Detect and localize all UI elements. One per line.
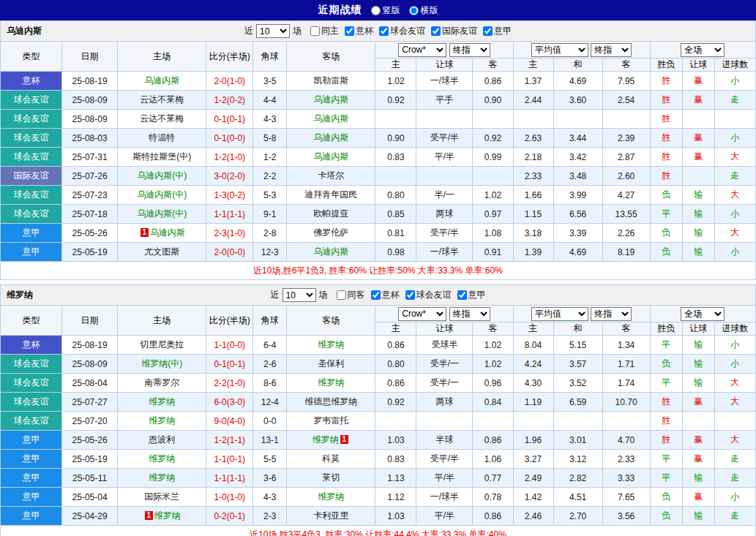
avg-away-odds: 2.87 (602, 148, 650, 167)
result-handicap: 输 (682, 336, 714, 355)
filter-checkbox[interactable] (310, 26, 320, 36)
scope-select[interactable]: 全场 (681, 43, 725, 57)
layout-option-horizontal[interactable]: 横版 (409, 4, 438, 17)
score-cell: 2-0(1-0) (206, 72, 253, 91)
result-outcome: 平 (650, 205, 682, 224)
filter-checkbox[interactable] (405, 290, 415, 300)
subcol-avg-home: 主 (513, 322, 553, 336)
score-cell: 1-1(1-1) (206, 469, 253, 488)
avg-final-select[interactable]: 终指 (591, 307, 632, 321)
crown-odds-select[interactable]: Crow* (398, 43, 446, 57)
filter-checkbox[interactable] (379, 26, 389, 36)
avg-draw-odds: 3.99 (553, 186, 602, 205)
away-team-cell: 佛罗伦萨 (287, 224, 375, 243)
matches-label: 场 (293, 25, 302, 37)
result-handicap: 输 (682, 374, 714, 393)
team-name-text: 恩波利 (149, 434, 175, 445)
scope-select[interactable]: 全场 (681, 307, 725, 321)
away-team-cell: 乌迪内斯 (287, 243, 375, 262)
avg-home-odds (513, 110, 553, 129)
match-row: 球会友谊25-07-20维罗纳9-0(4-0)0-0罗韦雷托胜 (1, 412, 756, 431)
team-name-text: 乌迪内斯(中) (137, 208, 187, 219)
red-card-badge: 1 (340, 435, 348, 444)
home-team-cell: 乌迪内斯(中) (118, 186, 206, 205)
result-goals: 大 (714, 148, 755, 167)
match-date: 25-08-04 (62, 374, 118, 393)
match-row: 球会友谊25-08-09维罗纳(中)0-1(0-1)2-6圣保利0.80受半/一… (1, 355, 756, 374)
crown-final-select[interactable]: 终指 (449, 307, 490, 321)
avg-away-odds: 1.34 (602, 336, 650, 355)
avg-away-odds: 3.56 (602, 507, 650, 526)
avg-away-odds (602, 412, 650, 431)
team-name-text: 卡塔尔 (318, 170, 344, 181)
filter-option[interactable]: 球会友谊 (379, 25, 425, 37)
crown-home-odds: 0.85 (375, 205, 416, 224)
avg-away-odds: 7.95 (602, 72, 650, 91)
avg-away-odds: 2.33 (602, 450, 650, 469)
team-name-text: 南蒂罗尔 (144, 377, 179, 388)
crown-final-select[interactable]: 终指 (449, 43, 490, 57)
avg-away-odds: 10.70 (602, 393, 650, 412)
avg-draw-odds: 2.82 (553, 469, 602, 488)
result-handicap: 赢 (682, 91, 714, 110)
filter-checkbox[interactable] (483, 26, 493, 36)
score-cell: 1-0(1-0) (206, 488, 253, 507)
match-count-select[interactable]: 10 (282, 288, 316, 302)
avg-final-select[interactable]: 终指 (591, 43, 632, 57)
filter-option[interactable]: 国际友谊 (431, 25, 477, 37)
filter-option[interactable]: 意杯 (371, 289, 400, 301)
avg-home-odds: 8.04 (513, 336, 553, 355)
avg-odds-select[interactable]: 平均值 (531, 307, 588, 321)
match-row: 意甲25-05-26恩波利1-2(1-1)13-1维罗纳11.03半球0.861… (1, 431, 756, 450)
filter-bar: 近 10 场 同客意杯球会友谊意甲 (271, 288, 486, 302)
filter-checkbox[interactable] (345, 26, 354, 36)
crown-away-odds (473, 412, 513, 431)
layout-option-vertical[interactable]: 竖版 (371, 4, 400, 17)
col-header-type: 类型 (1, 306, 62, 336)
match-type: 意甲 (1, 243, 62, 262)
col-header-home: 主场 (118, 42, 206, 72)
col-header-date: 日期 (62, 306, 118, 336)
result-goals: 小 (714, 129, 755, 148)
filter-option[interactable]: 意杯 (345, 25, 373, 37)
score-cell: 1-2(1-1) (206, 431, 253, 450)
score-cell: 1-1(0-1) (206, 450, 253, 469)
avg-home-odds: 2.46 (513, 507, 553, 526)
crown-away-odds: 0.78 (473, 488, 513, 507)
avg-home-odds: 1.19 (513, 393, 553, 412)
avg-odds-select[interactable]: 平均值 (531, 43, 588, 57)
match-type: 球会友谊 (1, 186, 62, 205)
crown-odds-select[interactable]: Crow* (398, 307, 446, 321)
filter-option[interactable]: 同主 (310, 25, 339, 37)
filter-checkbox[interactable] (457, 290, 467, 300)
subcol-crown-home: 主 (375, 322, 416, 336)
team-name-text: 圣保利 (318, 358, 344, 369)
col-header-score: 比分(半场) (206, 306, 253, 336)
team-name-text: 维罗纳 (149, 472, 175, 483)
avg-home-odds: 2.63 (513, 129, 553, 148)
match-count-select[interactable]: 10 (256, 24, 290, 38)
filter-option[interactable]: 意甲 (483, 25, 512, 37)
filter-option[interactable]: 球会友谊 (405, 289, 452, 301)
filter-option[interactable]: 同客 (337, 289, 365, 301)
result-handicap: 赢 (682, 393, 714, 412)
home-team-cell: 国际米兰 (118, 488, 206, 507)
corner-score: 0-0 (253, 412, 287, 431)
avg-away-odds: 2.26 (602, 224, 650, 243)
crown-away-odds (473, 167, 513, 186)
filter-checkbox[interactable] (431, 26, 441, 36)
vertical-layout-radio[interactable] (371, 6, 381, 15)
avg-draw-odds (553, 412, 602, 431)
filter-checkbox[interactable] (371, 290, 381, 300)
filter-option[interactable]: 意甲 (457, 289, 486, 301)
horizontal-layout-radio[interactable] (409, 6, 419, 15)
match-row: 意杯25-08-19切里尼奥拉1-1(0-0)6-4维罗纳0.86受球半1.02… (1, 336, 756, 355)
filter-checkbox[interactable] (337, 290, 346, 300)
avg-odds-group: 平均值 终指 (513, 306, 650, 322)
avg-draw-odds: 3.57 (553, 355, 602, 374)
match-row: 意甲25-05-261乌迪内斯2-3(1-0)2-8佛罗伦萨0.81受平/半1.… (1, 224, 756, 243)
result-goals (714, 110, 755, 129)
result-handicap: 输 (682, 355, 714, 374)
col-header-score: 比分(半场) (206, 42, 253, 72)
result-handicap (682, 167, 714, 186)
